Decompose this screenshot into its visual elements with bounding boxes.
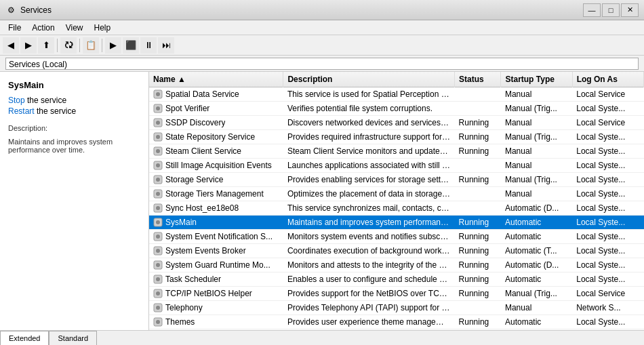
menu-file[interactable]: File [3,22,26,34]
service-desc-cell: Provides enabling services for storage s… [283,173,455,187]
service-startup-cell: Manual [501,116,572,130]
table-row[interactable]: SSDP DiscoveryDiscovers networked device… [149,116,644,130]
service-desc-cell: Monitors and attests to the integrity of… [283,258,455,272]
service-icon [153,275,163,284]
service-name-cell: Spatial Data Service [149,87,283,101]
table-row[interactable]: Time BrokerCoordinates execution of back… [149,329,644,331]
separator-2 [79,39,80,52]
service-status-cell [455,87,501,102]
service-name-cell: Time Broker [149,329,283,330]
table-row[interactable]: SysMainMaintains and improves system per… [149,216,644,230]
service-name-text: State Repository Service [165,132,255,142]
service-status-cell: Running [455,258,501,272]
restart-link[interactable]: Restart [8,106,35,116]
desc-text: Maintains and improves system performanc… [8,138,140,154]
service-desc-cell: This service is used for Spatial Percept… [283,87,455,102]
service-logon-cell: Local Syste... [572,144,643,159]
table-row[interactable]: TelephonyProvides Telephony API (TAPI) s… [149,301,644,315]
col-header-startup[interactable]: Startup Type [501,72,572,87]
service-status-cell: Running [455,216,501,230]
service-name-text: Storage Tiers Management [165,189,264,199]
table-row[interactable]: Spot VerifierVerifies potential file sys… [149,102,644,116]
service-startup-cell: Automatic (D... [501,201,572,216]
table-row[interactable]: Storage ServiceProvides enabling service… [149,173,644,187]
table-row[interactable]: System Guard Runtime Mo...Monitors and a… [149,258,644,272]
service-logon-cell: Local Syste... [572,272,643,287]
service-logon-cell: Local Service [572,329,643,331]
maximize-button[interactable]: □ [602,3,620,17]
service-icon [153,118,163,127]
table-row[interactable]: State Repository ServiceProvides require… [149,130,644,144]
menu-help[interactable]: Help [89,22,117,34]
table-row[interactable]: Steam Client ServiceSteam Client Service… [149,144,644,159]
restart-button[interactable]: ⏭ [158,37,174,54]
play-button[interactable]: ▶ [105,37,121,54]
close-button[interactable]: ✕ [621,3,639,17]
services-table-container[interactable]: Name ▲ Description Status Startup Type L… [149,72,644,330]
table-row[interactable]: Spatial Data ServiceThis service is used… [149,87,644,102]
col-header-name[interactable]: Name ▲ [149,72,283,87]
svg-point-11 [156,163,160,167]
service-logon-cell: Local Syste... [572,102,643,116]
left-panel: SysMain Stop the service Restart the ser… [0,72,149,330]
refresh-button[interactable]: 🗘 [60,37,77,54]
properties-button[interactable]: 📋 [83,37,99,54]
service-icon [153,189,163,199]
forward-button[interactable]: ▶ [20,37,37,54]
col-header-logon[interactable]: Log On As [572,72,643,87]
service-status-cell: Running [455,272,501,287]
service-logon-cell: Local Syste... [572,244,643,258]
minimize-button[interactable]: — [583,3,601,17]
action-links: Stop the service Restart the service [8,96,140,116]
service-startup-cell: Manual [501,144,572,159]
service-icon [153,218,163,227]
service-logon-cell: Local Syste... [572,130,643,144]
service-icon [153,246,163,256]
stop-button[interactable]: ⬛ [123,37,139,54]
tab-standard[interactable]: Standard [49,331,97,346]
service-name-cell: Sync Host_ee18e08 [149,201,283,215]
menu-view[interactable]: View [60,22,89,34]
svg-point-19 [156,220,160,224]
table-row[interactable]: TCP/IP NetBIOS HelperProvides support fo… [149,287,644,301]
service-startup-cell: Manual [501,87,572,102]
service-status-cell: Running [455,244,501,258]
service-name-cell: System Event Notification S... [149,230,283,243]
service-name-text: Sync Host_ee18e08 [165,203,239,213]
stop-link[interactable]: Stop [8,96,25,105]
service-desc-cell: Launches applications associated with st… [283,159,455,173]
service-name-cell: Spot Verifier [149,102,283,115]
table-row[interactable]: Sync Host_ee18e08This service synchroniz… [149,201,644,216]
col-header-desc[interactable]: Description [283,72,455,87]
table-row[interactable]: System Event Notification S...Monitors s… [149,230,644,244]
svg-point-29 [156,291,160,296]
svg-point-1 [156,92,160,96]
col-header-status[interactable]: Status [455,72,501,87]
service-icon [153,146,163,156]
pause-button[interactable]: ⏸ [140,37,157,54]
service-logon-cell: Local Syste... [572,159,643,173]
service-name-text: SysMain [165,218,197,227]
service-logon-cell: Local Service [572,87,643,102]
svg-point-7 [156,135,160,139]
service-icon [153,303,163,312]
table-row[interactable]: Storage Tiers ManagementOptimizes the pl… [149,187,644,201]
menu-action[interactable]: Action [26,22,60,34]
table-row[interactable]: Task SchedulerEnables a user to configur… [149,272,644,287]
service-logon-cell: Local Syste... [572,230,643,244]
service-name-cell: Storage Tiers Management [149,187,283,201]
service-icon [153,289,163,298]
table-row[interactable]: Still Image Acquisition EventsLaunches a… [149,159,644,173]
service-logon-cell: Local Syste... [572,173,643,187]
back-button[interactable]: ◀ [3,37,19,54]
title-bar: ⚙ Services — □ ✕ [0,0,644,20]
address-value[interactable]: Services (Local) [5,58,639,70]
tab-extended[interactable]: Extended [0,331,49,346]
service-name-text: TCP/IP NetBIOS Helper [165,289,252,298]
table-row[interactable]: ThemesProvides user experience theme man… [149,315,644,329]
restart-link-text: the service [37,106,76,116]
service-startup-cell: Automatic [501,216,572,230]
toolbar: ◀ ▶ ⬆ 🗘 📋 ▶ ⬛ ⏸ ⏭ [0,35,644,56]
table-row[interactable]: System Events BrokerCoordinates executio… [149,244,644,258]
up-button[interactable]: ⬆ [38,37,54,54]
